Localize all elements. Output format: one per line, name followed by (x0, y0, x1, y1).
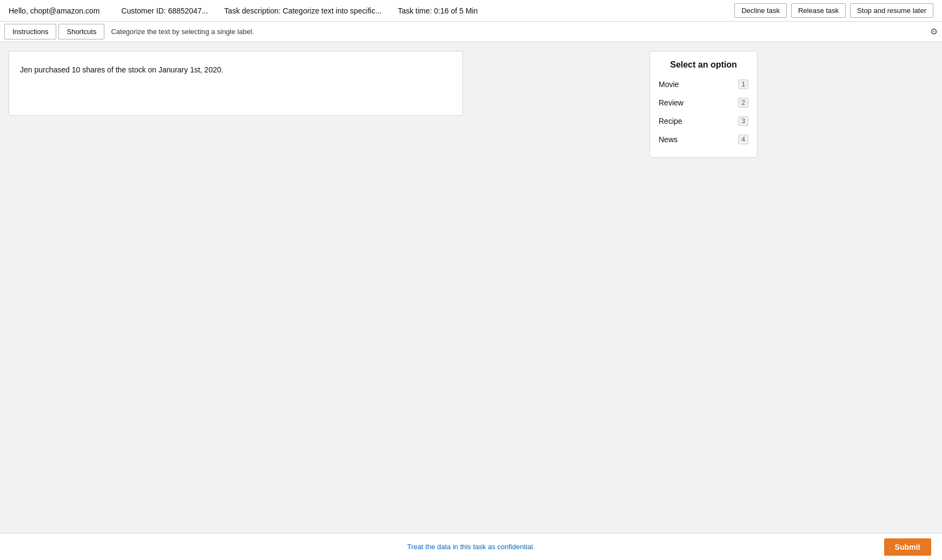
stop-resume-button[interactable]: Stop and resume later (850, 3, 933, 18)
footer: Treat the data in this task as confident… (0, 533, 942, 560)
option-label: Review (659, 98, 684, 107)
footer-wrapper: Treat the data in this task as confident… (11, 538, 931, 556)
option-item[interactable]: Review2 (650, 94, 757, 112)
settings-icon[interactable]: ⚙ (930, 26, 938, 37)
shortcuts-tab[interactable]: Shortcuts (58, 24, 104, 39)
option-item[interactable]: Movie1 (650, 75, 757, 94)
submit-button[interactable]: Submit (884, 538, 931, 556)
option-label: Movie (659, 80, 679, 89)
option-shortcut: 2 (738, 98, 748, 108)
confidential-text: Treat the data in this task as confident… (407, 543, 535, 551)
instructions-tab[interactable]: Instructions (4, 24, 56, 39)
header-greeting: Hello, chopt@amazon.com (9, 6, 99, 15)
header: Hello, chopt@amazon.com Customer ID: 688… (0, 0, 942, 22)
option-item[interactable]: News4 (650, 130, 757, 149)
options-panel: Select an option Movie1Review2Recipe3New… (649, 51, 758, 158)
option-item[interactable]: Recipe3 (650, 112, 757, 130)
release-task-button[interactable]: Release task (791, 3, 846, 18)
option-shortcut: 3 (738, 116, 748, 126)
option-label: News (659, 135, 678, 144)
options-list: Movie1Review2Recipe3News4 (650, 75, 757, 149)
options-title: Select an option (650, 60, 757, 70)
option-label: Recipe (659, 117, 682, 125)
right-panel: Select an option Movie1Review2Recipe3New… (474, 51, 933, 158)
task-time: Task time: 0:16 of 5 Min (398, 6, 478, 15)
text-card: Jen purchased 10 shares of the stock on … (9, 51, 463, 116)
decline-task-button[interactable]: Decline task (734, 3, 787, 18)
main-content: Jen purchased 10 shares of the stock on … (0, 42, 942, 350)
header-meta: Customer ID: 68852047... Task descriptio… (121, 6, 734, 15)
tab-bar: Instructions Shortcuts Categorize the te… (0, 22, 942, 42)
task-description: Task description: Categorize text into s… (224, 6, 382, 15)
tab-hint-text: Categorize the text by selecting a singl… (111, 28, 254, 36)
option-shortcut: 4 (738, 135, 748, 144)
option-shortcut: 1 (738, 79, 748, 89)
text-card-content: Jen purchased 10 shares of the stock on … (20, 64, 452, 76)
header-actions: Decline task Release task Stop and resum… (734, 3, 933, 18)
customer-id: Customer ID: 68852047... (121, 6, 208, 15)
